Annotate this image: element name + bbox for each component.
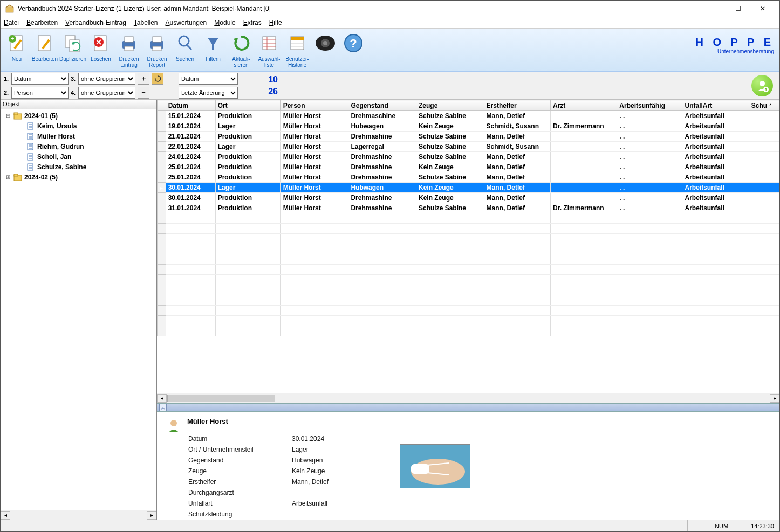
detail-value: Hubwagen bbox=[292, 455, 339, 465]
table-row bbox=[158, 234, 779, 244]
sort2-select[interactable]: Letzte Änderung bbox=[179, 87, 238, 99]
col-header[interactable]: UnfallArt bbox=[682, 100, 749, 111]
tb-aktualisieren[interactable]: Aktuali- sieren bbox=[227, 30, 255, 70]
menu-extras[interactable]: Extras bbox=[243, 19, 262, 26]
detail-label: Unfallart bbox=[188, 499, 291, 508]
detail-value bbox=[292, 509, 339, 519]
tree-folder[interactable]: ⊟2024-01 (5) bbox=[1, 110, 156, 121]
table-row[interactable]: 25.01.2024ProduktionMüller HorstDrehmash… bbox=[158, 172, 779, 183]
tb-neu[interactable]: +Neu bbox=[3, 30, 31, 70]
svg-rect-38 bbox=[14, 113, 18, 115]
tb-bearbeiten[interactable]: Bearbeiten bbox=[31, 30, 59, 70]
menu-module[interactable]: Module bbox=[214, 19, 235, 26]
group1-select[interactable]: Datum bbox=[11, 73, 69, 85]
detail-value: Mann, Detlef bbox=[292, 477, 339, 487]
svg-rect-0 bbox=[6, 8, 13, 12]
tb-drucken-report[interactable]: Drucken Report bbox=[143, 30, 171, 70]
table-row[interactable]: 31.01.2024ProduktionMüller HorstDrehmash… bbox=[158, 203, 779, 213]
table-row[interactable]: 24.01.2024ProduktionMüller HorstDrehmash… bbox=[158, 152, 779, 162]
table-row[interactable]: 30.01.2024ProduktionMüller HorstDrehmash… bbox=[158, 193, 779, 203]
filter-bar: 1.Datum 2.Person 3.ohne Gruppierung 4.oh… bbox=[1, 72, 779, 100]
grid-hscroll[interactable]: ◂▸ bbox=[157, 393, 779, 403]
grid[interactable]: DatumOrtPersonGegenstandZeugeErsthelferA… bbox=[157, 100, 779, 393]
tree-item[interactable]: Schulze, Sabine bbox=[1, 162, 156, 172]
table-row bbox=[158, 213, 779, 224]
group4-select[interactable]: ohne Gruppierung bbox=[78, 87, 135, 99]
svg-point-34 bbox=[760, 81, 765, 86]
close-button[interactable]: ✕ bbox=[750, 1, 775, 17]
detail-collapse-bar[interactable]: ︽ bbox=[157, 403, 779, 412]
add-group-button[interactable]: ＋ bbox=[138, 73, 149, 85]
menu-bearbeiten[interactable]: Bearbeiten bbox=[26, 19, 58, 26]
menubar: Datei Bearbeiten Verbandbuch-Eintrag Tab… bbox=[1, 17, 779, 29]
tree-item[interactable]: Müller Horst bbox=[1, 131, 156, 141]
col-header[interactable]: Ort bbox=[215, 100, 280, 111]
table-row bbox=[158, 275, 779, 285]
menu-datei[interactable]: Datei bbox=[4, 19, 19, 26]
col-header[interactable]: Ersthelfer bbox=[484, 100, 550, 111]
tb-benutzer-historie[interactable]: Benutzer- Historie bbox=[283, 30, 311, 70]
tree-folder[interactable]: ⊞2024-02 (5) bbox=[1, 172, 156, 182]
table-row[interactable]: ▸30.01.2024LagerMüller HorstHubwagenKein… bbox=[158, 183, 779, 193]
chevron-up-icon[interactable]: ︽ bbox=[159, 404, 167, 411]
tb-drucken-eintrag[interactable]: Drucken Eintrag bbox=[115, 30, 143, 70]
col-header[interactable]: Zeuge bbox=[416, 100, 484, 111]
window-titlebar: Verbandbuch 2024 Starter-Lizenz (1 Lizen… bbox=[1, 1, 779, 17]
svg-point-30 bbox=[323, 41, 327, 45]
tb-help[interactable]: ? bbox=[339, 30, 367, 70]
tb-loeschen[interactable]: Löschen bbox=[87, 30, 115, 70]
group2-select[interactable]: Person bbox=[11, 87, 69, 99]
table-row[interactable]: 19.01.2024LagerMüller HorstHubwagenKein … bbox=[158, 121, 779, 132]
menu-hilfe[interactable]: Hilfe bbox=[269, 19, 282, 26]
table-row[interactable]: 22.01.2024LagerMüller HorstLagerregalSch… bbox=[158, 142, 779, 152]
tree-header: Objekt bbox=[1, 100, 156, 109]
user-badge-icon[interactable]: 1 bbox=[751, 75, 773, 96]
tb-auswahlliste[interactable]: Auswahl- liste bbox=[255, 30, 283, 70]
table-row[interactable]: 21.01.2024ProduktionMüller HorstDrehmash… bbox=[158, 132, 779, 142]
svg-rect-31 bbox=[330, 38, 333, 40]
status-time: 14:23:30 bbox=[745, 520, 779, 531]
table-row[interactable]: 15.01.2024ProduktionMüller HorstDrehmasc… bbox=[158, 111, 779, 121]
tree-hscroll[interactable]: ◂▸ bbox=[1, 510, 156, 520]
refresh-tree-button[interactable] bbox=[152, 73, 163, 85]
tb-camera[interactable] bbox=[311, 30, 339, 70]
col-header[interactable]: Arbeitsunfähig bbox=[617, 100, 682, 111]
tb-suchen[interactable]: Suchen bbox=[171, 30, 199, 70]
group3-select[interactable]: ohne Gruppierung bbox=[78, 73, 135, 85]
tree-item[interactable]: Riehm, Gudrun bbox=[1, 141, 156, 151]
tree-item[interactable]: Keim, Ursula bbox=[1, 121, 156, 131]
svg-point-16 bbox=[179, 36, 189, 46]
remove-group-button[interactable]: − bbox=[138, 87, 149, 99]
tb-duplizieren[interactable]: Duplizieren bbox=[59, 30, 87, 70]
table-row bbox=[158, 224, 779, 234]
table-row bbox=[158, 295, 779, 306]
menu-verbandbuch[interactable]: Verbandbuch-Eintrag bbox=[65, 19, 126, 26]
col-header[interactable]: Person bbox=[280, 100, 348, 111]
col-header[interactable]: Arzt bbox=[550, 100, 617, 111]
detail-value: 30.01.2024 bbox=[292, 434, 339, 444]
svg-rect-11 bbox=[125, 37, 133, 42]
detail-label: Schutzkleidung bbox=[188, 509, 291, 519]
svg-line-17 bbox=[187, 45, 191, 50]
detail-value bbox=[292, 488, 339, 498]
count-top: 10 bbox=[256, 75, 278, 85]
tree-panel: Objekt ⊟2024-01 (5)Keim, UrsulaMüller Ho… bbox=[1, 100, 157, 520]
tree[interactable]: ⊟2024-01 (5)Keim, UrsulaMüller HorstRieh… bbox=[1, 109, 156, 510]
tree-item[interactable]: Scholl, Jan bbox=[1, 151, 156, 162]
detail-label: Datum bbox=[188, 434, 291, 444]
tb-filtern[interactable]: Filtern bbox=[199, 30, 227, 70]
minimize-button[interactable]: — bbox=[701, 1, 726, 17]
detail-label: Ersthelfer bbox=[188, 477, 291, 487]
toolbar: +Neu Bearbeiten Duplizieren Löschen Druc… bbox=[1, 29, 779, 72]
col-header[interactable]: Gegenstand bbox=[348, 100, 416, 111]
col-header[interactable]: Schu ˄ bbox=[749, 100, 779, 111]
sort1-select[interactable]: Datum bbox=[179, 73, 238, 85]
maximize-button[interactable]: ☐ bbox=[726, 1, 750, 17]
menu-auswertungen[interactable]: Auswertungen bbox=[166, 19, 207, 26]
col-header[interactable]: Datum bbox=[166, 100, 215, 111]
svg-rect-12 bbox=[125, 46, 133, 51]
table-row bbox=[158, 306, 779, 316]
table-row bbox=[158, 285, 779, 295]
menu-tabellen[interactable]: Tabellen bbox=[134, 19, 158, 26]
table-row[interactable]: 25.01.2024ProduktionMüller HorstDrehmash… bbox=[158, 162, 779, 172]
